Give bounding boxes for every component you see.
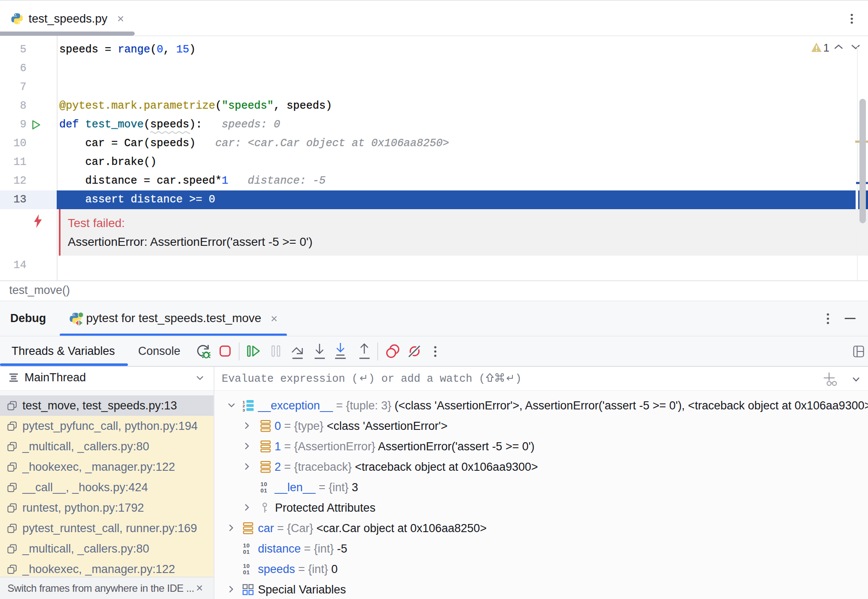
svg-text:3: 3	[243, 408, 245, 412]
